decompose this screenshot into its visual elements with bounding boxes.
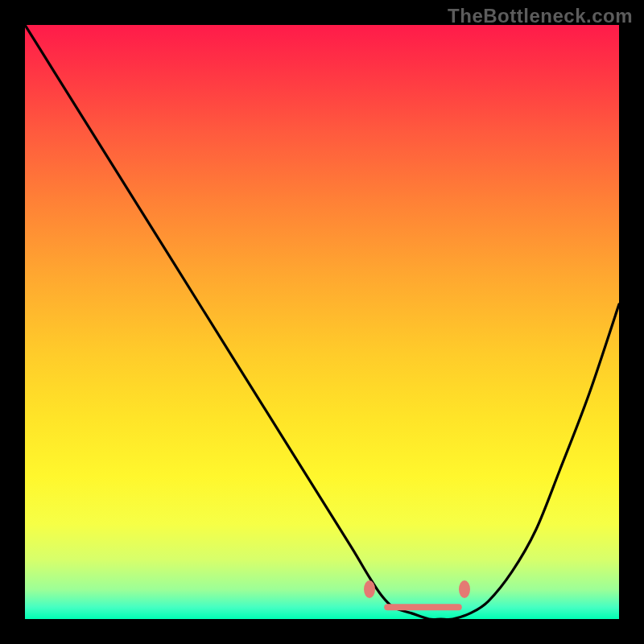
range-marker-left: [364, 580, 375, 598]
watermark-text: TheBottleneck.com: [448, 5, 633, 27]
chart-frame: TheBottleneck.com: [0, 0, 644, 644]
bottleneck-curve: [25, 25, 619, 619]
plot-area: [25, 25, 619, 619]
